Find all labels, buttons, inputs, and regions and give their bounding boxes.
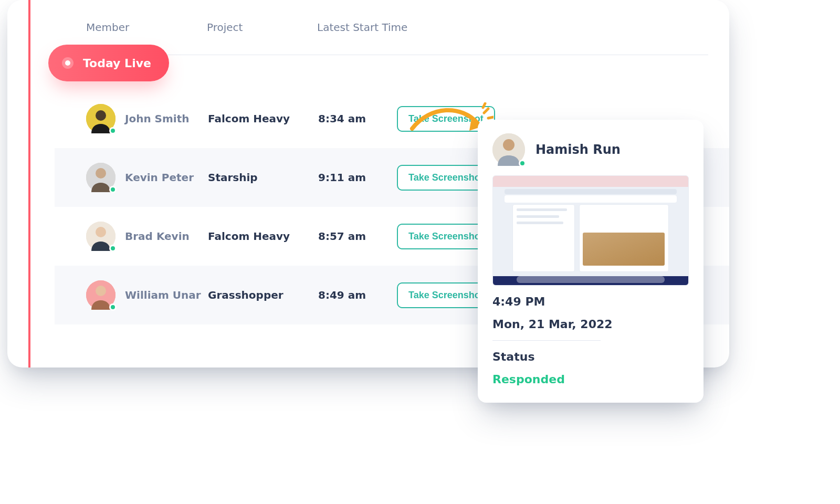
today-live-pill[interactable]: Today Live xyxy=(48,45,169,81)
member-time: 8:49 am xyxy=(318,289,397,301)
member-time: 9:11 am xyxy=(318,171,397,184)
avatar xyxy=(86,222,116,251)
svg-point-9 xyxy=(503,139,514,151)
member-time: 8:57 am xyxy=(318,230,397,243)
avatar xyxy=(86,104,116,133)
col-header-time: Latest Start Time xyxy=(317,21,433,34)
presence-dot-icon xyxy=(109,127,117,134)
presence-dot-icon xyxy=(109,186,117,193)
screenshot-time: 4:49 PM xyxy=(492,295,689,308)
member-project: Falcom Heavy xyxy=(208,112,318,125)
screenshot-date: Mon, 21 Mar, 2022 xyxy=(492,318,689,331)
presence-dot-icon xyxy=(109,245,117,252)
live-dot-icon xyxy=(62,57,74,69)
member-name: Kevin Peter xyxy=(125,171,208,184)
popup-member-name: Hamish Run xyxy=(536,142,621,157)
column-headers: Member Project Latest Start Time xyxy=(86,21,708,55)
presence-dot-icon xyxy=(109,303,117,311)
col-header-project: Project xyxy=(207,21,317,34)
svg-point-1 xyxy=(96,110,106,121)
member-project: Falcom Heavy xyxy=(208,230,318,243)
member-time: 8:34 am xyxy=(318,112,397,125)
screenshot-popup: Hamish Run 4:49 PM Mon, 21 Mar, 2022 Sta… xyxy=(478,120,704,403)
popup-header: Hamish Run xyxy=(492,133,689,166)
member-project: Starship xyxy=(208,171,318,184)
member-project: Grasshopper xyxy=(208,289,318,301)
avatar xyxy=(86,163,116,192)
status-label: Status xyxy=(492,350,689,363)
screenshot-thumbnail[interactable] xyxy=(492,175,689,286)
presence-dot-icon xyxy=(519,160,526,167)
col-header-member: Member xyxy=(86,21,207,34)
avatar xyxy=(86,280,116,310)
live-label: Today Live xyxy=(83,57,151,70)
member-name: John Smith xyxy=(125,112,208,125)
avatar xyxy=(492,133,525,166)
status-value: Responded xyxy=(492,373,689,386)
svg-point-7 xyxy=(96,286,106,296)
svg-point-3 xyxy=(96,168,106,178)
member-name: William Unar xyxy=(125,289,208,301)
divider xyxy=(492,340,601,341)
svg-point-5 xyxy=(96,227,106,237)
member-name: Brad Kevin xyxy=(125,230,208,243)
